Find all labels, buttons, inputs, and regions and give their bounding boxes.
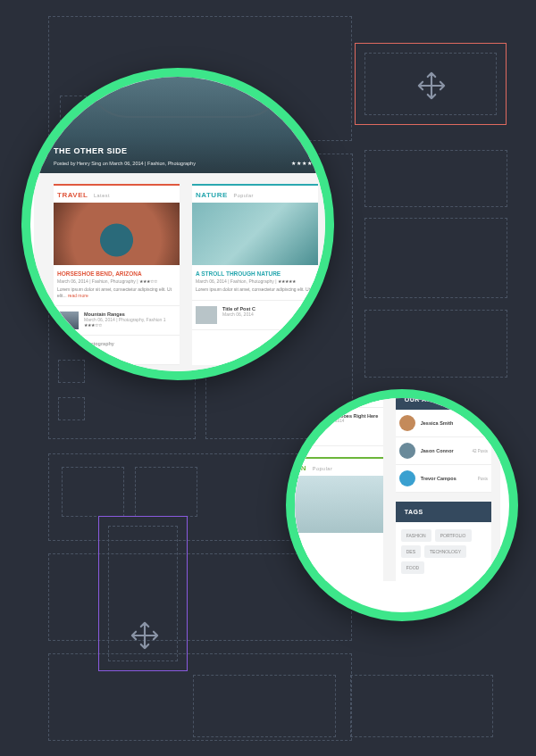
wireframe-block-b2 — [350, 675, 493, 737]
author-name: Trevor Campos — [421, 476, 456, 481]
author-name: Jessica Smith — [421, 420, 454, 426]
hero-title: THE OTHER SIDE — [54, 146, 128, 155]
avatar — [399, 470, 415, 486]
card-meta: March 06, 2014 | Fashion, Photography | — [57, 278, 138, 284]
nature-card-title[interactable]: A STROLL THROUGH NATURE — [196, 270, 314, 277]
section-heading-travel: TRAVEL Latest — [54, 184, 180, 203]
tag[interactable]: FOOD — [401, 561, 424, 574]
subpost-meta: March 06, 2014 — [222, 312, 255, 317]
section-label: TRAVEL — [57, 191, 88, 199]
sidebar-title-tags: TAGS — [396, 502, 491, 522]
section-heading-fashion: FASHION Popular — [286, 457, 383, 476]
sidebar-title-authors: OUR AUTHORS — [396, 389, 491, 410]
section-label: NATURE — [196, 191, 228, 199]
read-more-link[interactable]: read more — [68, 293, 88, 298]
card-meta: March 06, 2014 | Fashion, Photography | — [196, 278, 276, 284]
author-post-count: 11 Posts — [472, 421, 488, 426]
tag[interactable]: FASHION — [401, 529, 431, 542]
section-heading-nature: NATURE Popular — [192, 184, 318, 203]
thumbnail — [57, 312, 79, 329]
section-sublabel: Popular — [233, 193, 253, 198]
rating-stars: ★★★☆☆ — [139, 278, 157, 284]
rating-stars: ★★★★★ — [278, 278, 296, 284]
travel-card-title[interactable]: HORSESHOE BEND, ARIZONA — [57, 270, 176, 277]
wireframe-inner — [135, 467, 197, 517]
section-travel: TRAVEL Latest HORSESHOE BEND, ARIZONA Ma… — [54, 184, 180, 365]
hero-rating-stars: ★★★★★ — [291, 160, 318, 166]
author-name: Jason Connor — [421, 448, 454, 453]
minipost-meta: March 06, 2014 — [316, 419, 378, 423]
avatar — [399, 443, 415, 459]
author-post-count: Posts — [478, 477, 488, 481]
author-row[interactable]: Jason Connor42 Posts — [396, 437, 491, 465]
preview-lens-large: THE OTHER SIDE Posted by Henry Sing on M… — [21, 68, 334, 380]
section-sublabel: Latest — [94, 193, 110, 198]
subpost-title: Title of Post C — [222, 306, 255, 312]
wireframe-inner — [62, 467, 124, 517]
rating-stars: ★★★☆☆ — [84, 322, 166, 328]
tag[interactable]: DES — [401, 545, 421, 558]
author-row[interactable]: Trevor CamposPosts — [396, 465, 491, 493]
subpost-title: Photography — [84, 341, 114, 346]
section-sublabel: Popular — [313, 466, 332, 471]
wireframe-drop-target-red[interactable] — [355, 43, 507, 125]
subpost-row[interactable]: Mountain Ranges March 06, 2014 | Photogr… — [54, 306, 180, 336]
wireframe-side-3 — [364, 310, 507, 378]
hero-meta: Posted by Henry Sing on March 06, 2014 |… — [54, 161, 196, 166]
wireframe-inner — [58, 360, 85, 383]
wireframe-side-1 — [364, 150, 507, 207]
tag[interactable]: TECHNOLOGY — [424, 545, 466, 558]
travel-card-image[interactable] — [54, 203, 180, 265]
wireframe-block-b1 — [193, 675, 336, 737]
tags-container: FASHIONPORTFOLIODESTECHNOLOGYFOOD — [396, 522, 491, 581]
nature-card-image[interactable] — [192, 203, 318, 265]
author-row[interactable]: Jessica Smith11 Posts — [396, 410, 491, 437]
wireframe-side-2 — [364, 218, 507, 298]
tag[interactable]: PORTFOLIO — [435, 529, 472, 542]
author-post-count: 42 Posts — [472, 449, 488, 453]
card-excerpt: Lorem ipsum dolor sit amet, consectetur … — [196, 287, 314, 293]
move-icon — [416, 71, 447, 101]
move-icon — [130, 620, 160, 651]
thumbnail — [196, 306, 217, 324]
wireframe-inner — [58, 397, 85, 420]
fashion-card-image[interactable]: POST — [286, 476, 383, 533]
wireframe-drop-target-purple[interactable] — [98, 516, 188, 671]
preview-lens-small: › Post Title Goes Right Here March 06, 2… — [286, 389, 518, 621]
avatar — [399, 415, 415, 431]
